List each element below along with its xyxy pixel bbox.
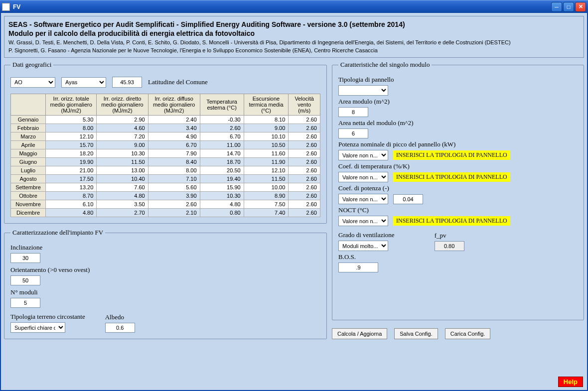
incl-input[interactable] bbox=[10, 253, 40, 263]
area-label: Area modulo (m^2) bbox=[338, 98, 578, 106]
vent-select[interactable]: Moduli molto... bbox=[338, 241, 388, 251]
module-fieldset: Caratteristiche del singolo modulo Tipol… bbox=[332, 61, 584, 320]
table-row: Dicembre4.802.702.100.807.402.60 bbox=[11, 209, 320, 217]
data-cell: 3.50 bbox=[97, 200, 148, 209]
data-cell: 2.90 bbox=[97, 116, 148, 124]
data-cell: 2.60 bbox=[148, 200, 200, 209]
data-cell: 6.10 bbox=[46, 200, 97, 209]
col-wind: Velocità vento (m/s) bbox=[289, 94, 320, 116]
data-cell: 18.70 bbox=[200, 158, 244, 166]
data-cell: 7.10 bbox=[148, 175, 200, 183]
button-row: Calcola / Aggiorna Salva Config. Carica … bbox=[332, 328, 584, 339]
data-cell: 3.90 bbox=[148, 192, 200, 200]
month-cell: Ottobre bbox=[11, 192, 46, 200]
month-cell: Maggio bbox=[11, 149, 46, 158]
credits-line1: W. Grassi, D. Testi, E. Menchetti, D. De… bbox=[8, 39, 580, 45]
data-cell: 13.20 bbox=[46, 183, 97, 192]
data-cell: 10.30 bbox=[200, 192, 244, 200]
data-cell: 10.00 bbox=[244, 183, 289, 192]
col-irr-dif: Irr. orizz. diffuso medio giornaliero (M… bbox=[148, 94, 200, 116]
data-cell: 8.00 bbox=[148, 166, 200, 175]
coefp-select[interactable]: Valore non n... bbox=[338, 194, 388, 204]
plant-fieldset: Caratterizzazione dell'impianto FV Incli… bbox=[4, 229, 327, 339]
title-bar: FV ─ □ ✕ bbox=[0, 0, 588, 13]
vent-label: Grado di ventilazione bbox=[338, 231, 395, 239]
data-cell: 2.60 bbox=[289, 200, 320, 209]
noct-label: NOCT (°C) bbox=[338, 206, 578, 214]
geo-fieldset: Dati geografici AO Ayas 45.93 Latitudine… bbox=[4, 61, 327, 224]
minimize-button[interactable]: ─ bbox=[551, 2, 562, 12]
data-cell: 2.60 bbox=[289, 166, 320, 175]
data-cell: 6.70 bbox=[200, 132, 244, 141]
month-cell: Marzo bbox=[11, 132, 46, 141]
data-cell: 2.60 bbox=[289, 132, 320, 141]
table-row: Febbraio8.004.603.402.609.002.60 bbox=[11, 124, 320, 132]
header-box: SEAS - Software Energetico per Audit Sem… bbox=[4, 16, 584, 58]
data-cell: 10.30 bbox=[97, 149, 148, 158]
table-row: Ottobre8.704.803.9010.308.902.60 bbox=[11, 192, 320, 200]
data-cell: 2.60 bbox=[289, 141, 320, 149]
table-row: Luglio21.0013.008.0020.5012.102.60 bbox=[11, 166, 320, 175]
net-label: Area netta del modulo (m^2) bbox=[338, 119, 578, 127]
pnom-select[interactable]: Valore non n... bbox=[338, 150, 388, 160]
data-cell: 7.90 bbox=[148, 149, 200, 158]
save-config-button[interactable]: Salva Config. bbox=[394, 328, 438, 339]
data-cell: 2.40 bbox=[148, 116, 200, 124]
terr-select[interactable]: Superfici chiare di e... bbox=[10, 322, 65, 333]
noct-select[interactable]: Valore non n... bbox=[338, 216, 388, 226]
header-line2: Modulo per il calcolo della producibilit… bbox=[8, 29, 580, 37]
calc-button[interactable]: Calcola / Aggiorna bbox=[332, 328, 387, 339]
maximize-button[interactable]: □ bbox=[563, 2, 574, 12]
table-row: Settembre13.207.605.6015.9010.002.60 bbox=[11, 183, 320, 192]
data-cell: 18.20 bbox=[46, 149, 97, 158]
data-cell: 11.50 bbox=[244, 175, 289, 183]
data-cell: 9.00 bbox=[97, 141, 148, 149]
help-button[interactable]: Help bbox=[558, 377, 583, 387]
data-cell: 12.10 bbox=[244, 166, 289, 175]
pnom-warning: INSERISCI LA TIPOLOGIA DI PANNELLO bbox=[393, 150, 510, 160]
data-cell: 2.60 bbox=[289, 124, 320, 132]
data-cell: 9.00 bbox=[244, 124, 289, 132]
orient-input[interactable] bbox=[10, 275, 40, 285]
latitude-label: Latitudine del Comune bbox=[148, 78, 208, 86]
data-cell: 15.70 bbox=[46, 141, 97, 149]
table-corner bbox=[11, 94, 46, 116]
data-cell: 4.90 bbox=[148, 132, 200, 141]
orient-label: Orientamento (>0 verso ovest) bbox=[10, 266, 320, 274]
data-cell: 4.80 bbox=[97, 192, 148, 200]
data-cell: 11.50 bbox=[97, 158, 148, 166]
nmod-input[interactable] bbox=[10, 298, 40, 308]
month-cell: Agosto bbox=[11, 175, 46, 183]
data-cell: 2.60 bbox=[289, 192, 320, 200]
table-row: Marzo12.107.204.906.7010.102.60 bbox=[11, 132, 320, 141]
data-cell: 7.50 bbox=[244, 200, 289, 209]
net-input[interactable] bbox=[338, 129, 368, 138]
table-row: Novembre6.103.502.604.807.502.60 bbox=[11, 200, 320, 209]
load-config-button[interactable]: Carica Config. bbox=[445, 328, 491, 339]
data-cell: 2.10 bbox=[148, 209, 200, 217]
data-cell: 2.60 bbox=[289, 183, 320, 192]
data-cell: 8.90 bbox=[244, 192, 289, 200]
comune-select[interactable]: Ayas bbox=[61, 77, 106, 88]
app-icon bbox=[2, 3, 10, 11]
coeft-select[interactable]: Valore non n... bbox=[338, 172, 388, 182]
data-cell: 2.60 bbox=[289, 209, 320, 217]
panel-type-select[interactable] bbox=[338, 85, 388, 96]
table-row: Giugno19.9011.508.4018.7011.902.60 bbox=[11, 158, 320, 166]
data-cell: 19.40 bbox=[200, 175, 244, 183]
area-input[interactable] bbox=[338, 107, 368, 117]
incl-label: Inclinazione bbox=[10, 244, 320, 252]
col-irr-dir: Irr. orizz. diretto medio giornaliero (M… bbox=[97, 94, 148, 116]
data-cell: 10.50 bbox=[244, 141, 289, 149]
albedo-input[interactable] bbox=[105, 323, 135, 333]
month-cell: Settembre bbox=[11, 183, 46, 192]
data-cell: 7.40 bbox=[244, 209, 289, 217]
coefp-input[interactable] bbox=[393, 194, 423, 204]
bos-input[interactable] bbox=[338, 262, 378, 272]
close-button[interactable]: ✕ bbox=[575, 2, 586, 12]
data-cell: 2.70 bbox=[97, 209, 148, 217]
fpv-value bbox=[435, 241, 464, 251]
province-select[interactable]: AO bbox=[10, 77, 55, 88]
data-cell: 7.20 bbox=[97, 132, 148, 141]
window-title: FV bbox=[13, 3, 551, 10]
